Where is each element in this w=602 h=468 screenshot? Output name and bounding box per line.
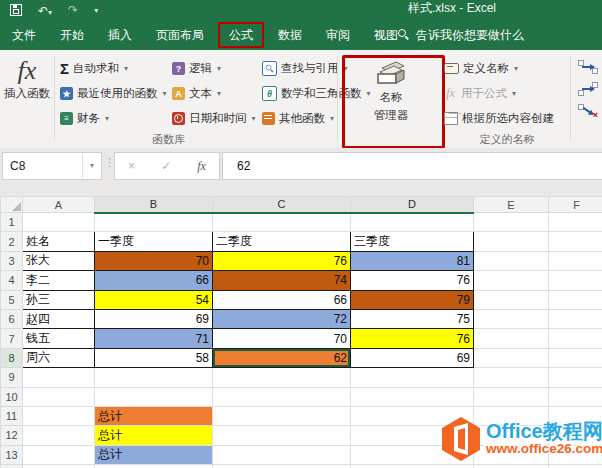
row-header-6[interactable]: 6: [1, 309, 23, 328]
cell-A3[interactable]: 张大: [23, 251, 95, 270]
row-header-4[interactable]: 4: [1, 271, 23, 290]
row-header-1[interactable]: 1: [1, 213, 23, 232]
tab-data[interactable]: 数据: [266, 21, 314, 49]
cell-D1[interactable]: [351, 213, 474, 232]
cell-A12[interactable]: [23, 426, 95, 445]
cell-E9[interactable]: [474, 368, 549, 387]
cell-B9[interactable]: [95, 368, 213, 387]
cell-F6[interactable]: [549, 309, 602, 328]
cell-B13[interactable]: 总计: [95, 445, 213, 464]
row-header-3[interactable]: 3: [1, 251, 23, 270]
cell-B11[interactable]: 总计: [95, 406, 213, 425]
tell-me-box[interactable]: 告诉我你想要做什么: [398, 20, 524, 50]
cell-C9[interactable]: [213, 368, 351, 387]
redo-icon[interactable]: ↷: [68, 2, 78, 18]
insert-function-button[interactable]: fx 插入函数: [2, 56, 52, 101]
cell-A6[interactable]: 赵四: [23, 309, 95, 328]
cell-A9[interactable]: [23, 368, 95, 387]
row-header-14[interactable]: 14: [1, 465, 23, 468]
tab-page-layout[interactable]: 页面布局: [144, 21, 216, 49]
cell-C12[interactable]: [213, 426, 351, 445]
cell-C2[interactable]: 二季度: [213, 232, 351, 251]
cell-B12[interactable]: 总计: [95, 426, 213, 445]
autosum-button[interactable]: Σ 自动求和 ▾: [60, 58, 167, 79]
cell-E4[interactable]: [474, 271, 549, 290]
trace-precedents-icon[interactable]: [578, 60, 600, 74]
cell-F2[interactable]: [549, 232, 602, 251]
row-header-2[interactable]: 2: [1, 232, 23, 251]
cell-C14[interactable]: [213, 465, 351, 468]
cell-D14[interactable]: [351, 465, 474, 468]
cell-F4[interactable]: [549, 271, 602, 290]
tab-insert[interactable]: 插入: [96, 21, 144, 49]
cell-E3[interactable]: [474, 251, 549, 270]
use-in-formula-button[interactable]: fx 用于公式 ▾: [444, 83, 554, 104]
formula-input[interactable]: 62: [222, 152, 602, 180]
col-header-E[interactable]: E: [474, 197, 549, 213]
cell-D5[interactable]: 79: [351, 290, 474, 309]
select-all-corner[interactable]: [1, 197, 23, 213]
cell-B8[interactable]: 58: [95, 348, 213, 367]
row-header-7[interactable]: 7: [1, 329, 23, 348]
cell-E8[interactable]: [474, 348, 549, 367]
cell-A2[interactable]: 姓名: [23, 232, 95, 251]
save-icon[interactable]: [10, 4, 22, 16]
cell-A11[interactable]: [23, 406, 95, 425]
text-button[interactable]: A 文本 ▾: [172, 83, 256, 104]
cell-B4[interactable]: 66: [95, 271, 213, 290]
tab-home[interactable]: 开始: [48, 21, 96, 49]
cell-D10[interactable]: [351, 387, 474, 406]
cell-F14[interactable]: [549, 465, 602, 468]
row-header-9[interactable]: 9: [1, 368, 23, 387]
cell-D2[interactable]: 三季度: [351, 232, 474, 251]
enter-icon[interactable]: ✓: [161, 159, 171, 173]
logical-button[interactable]: ? 逻辑 ▾: [172, 58, 256, 79]
remove-arrows-icon[interactable]: ×: [578, 104, 600, 118]
cell-C4[interactable]: 74: [213, 271, 351, 290]
cell-A5[interactable]: 孙三: [23, 290, 95, 309]
cell-D6[interactable]: 75: [351, 309, 474, 328]
cell-A10[interactable]: [23, 387, 95, 406]
row-header-11[interactable]: 11: [1, 406, 23, 425]
cell-A8[interactable]: 周六: [23, 348, 95, 367]
date-time-button[interactable]: 日期和时间 ▾: [172, 108, 256, 129]
cell-B14[interactable]: [95, 465, 213, 468]
cancel-icon[interactable]: ×: [128, 159, 135, 173]
customize-qat-caret-icon[interactable]: ▾: [94, 6, 98, 15]
cell-F3[interactable]: [549, 251, 602, 270]
col-header-C[interactable]: C: [213, 197, 351, 213]
financial-button[interactable]: ≡ 财务 ▾: [60, 108, 167, 129]
cell-C6[interactable]: 72: [213, 309, 351, 328]
cell-F1[interactable]: [549, 213, 602, 232]
col-header-B[interactable]: B: [95, 197, 213, 213]
tab-file[interactable]: 文件: [0, 21, 48, 49]
cell-F7[interactable]: [549, 329, 602, 348]
cell-C8[interactable]: 62: [213, 348, 351, 367]
cell-C7[interactable]: 70: [213, 329, 351, 348]
row-header-10[interactable]: 10: [1, 387, 23, 406]
cell-A13[interactable]: [23, 445, 95, 464]
col-header-A[interactable]: A: [23, 197, 95, 213]
cell-C10[interactable]: [213, 387, 351, 406]
create-from-selection-button[interactable]: 根据所选内容创建: [444, 108, 554, 129]
row-header-5[interactable]: 5: [1, 290, 23, 309]
cell-C13[interactable]: [213, 445, 351, 464]
cell-A14[interactable]: [23, 465, 95, 468]
trace-dependents-icon[interactable]: [578, 82, 600, 96]
cell-B2[interactable]: 一季度: [95, 232, 213, 251]
cell-D9[interactable]: [351, 368, 474, 387]
undo-button[interactable]: ↶▾: [38, 1, 52, 19]
cell-A4[interactable]: 李二: [23, 271, 95, 290]
cell-C11[interactable]: [213, 406, 351, 425]
cell-F5[interactable]: [549, 290, 602, 309]
cell-B10[interactable]: [95, 387, 213, 406]
cell-B1[interactable]: [95, 213, 213, 232]
col-header-D[interactable]: D: [351, 197, 474, 213]
cell-E14[interactable]: [474, 465, 549, 468]
name-box-caret-icon[interactable]: ▾: [82, 154, 101, 178]
cell-A1[interactable]: [23, 213, 95, 232]
cell-E1[interactable]: [474, 213, 549, 232]
cell-D3[interactable]: 81: [351, 251, 474, 270]
cell-B7[interactable]: 71: [95, 329, 213, 348]
tab-review[interactable]: 审阅: [314, 21, 362, 49]
